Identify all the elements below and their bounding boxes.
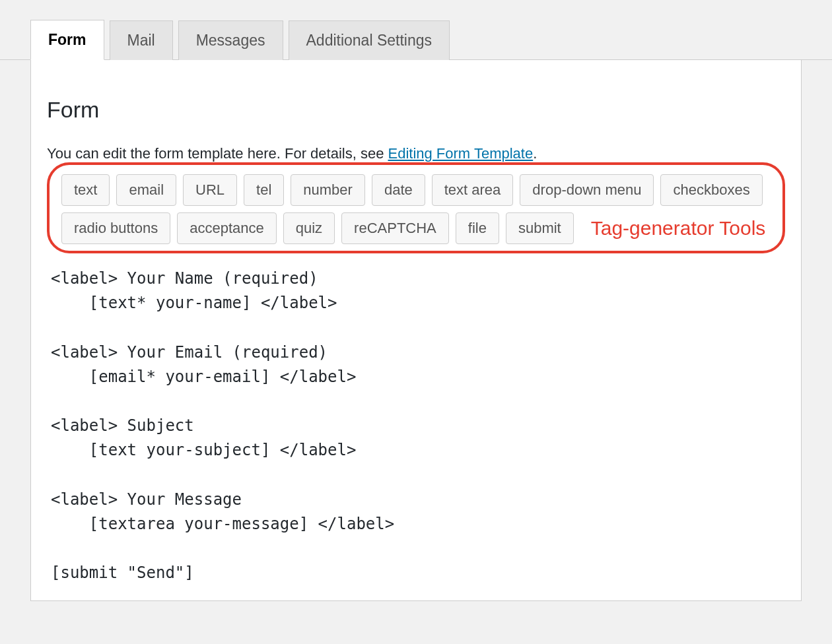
tag-btn-quiz[interactable]: quiz <box>283 212 335 244</box>
tag-btn-email[interactable]: email <box>116 174 176 206</box>
section-title: Form <box>47 97 785 123</box>
tag-btn-recaptcha[interactable]: reCAPTCHA <box>341 212 449 244</box>
panel-form: Form You can edit the form template here… <box>30 60 802 601</box>
tag-btn-url[interactable]: URL <box>183 174 237 206</box>
tab-additional-settings[interactable]: Additional Settings <box>289 20 450 60</box>
tag-btn-submit[interactable]: submit <box>506 212 574 244</box>
form-template-textarea[interactable]: <label> Your Name (required) [text* your… <box>47 261 785 591</box>
tag-btn-tel[interactable]: tel <box>244 174 284 206</box>
tag-btn-file[interactable]: file <box>456 212 499 244</box>
link-editing-form-template[interactable]: Editing Form Template <box>388 145 533 162</box>
intro-pre: You can edit the form template here. For… <box>47 145 388 162</box>
tab-mail[interactable]: Mail <box>110 20 173 60</box>
tag-btn-text[interactable]: text <box>61 174 110 206</box>
tag-btn-date[interactable]: date <box>372 174 425 206</box>
tag-btn-textarea[interactable]: text area <box>432 174 514 206</box>
tab-form[interactable]: Form <box>30 20 104 60</box>
intro-post: . <box>533 145 537 162</box>
tag-btn-number[interactable]: number <box>291 174 365 206</box>
tag-generator-callout: text email URL tel number date text area… <box>47 162 785 253</box>
intro-text: You can edit the form template here. For… <box>47 145 785 162</box>
annotation-tag-tools: Tag-generator Tools <box>591 217 766 240</box>
tab-bar: Form Mail Messages Additional Settings <box>0 0 832 60</box>
tag-btn-checkboxes[interactable]: checkboxes <box>660 174 762 206</box>
tab-messages[interactable]: Messages <box>178 20 283 60</box>
tag-btn-acceptance[interactable]: acceptance <box>177 212 277 244</box>
tag-btn-radio[interactable]: radio buttons <box>61 212 170 244</box>
tag-btn-dropdown[interactable]: drop-down menu <box>520 174 654 206</box>
